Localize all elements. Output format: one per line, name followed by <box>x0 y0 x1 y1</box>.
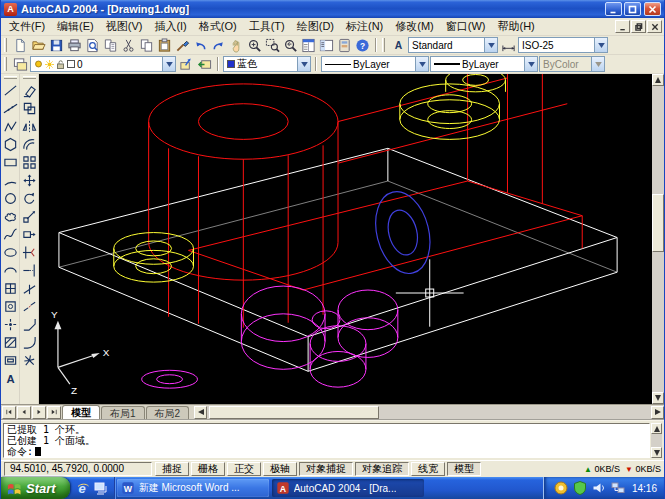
plot-preview-icon[interactable] <box>83 37 101 54</box>
vertical-scroll-track[interactable] <box>652 86 664 392</box>
construction-line-icon[interactable] <box>1 99 19 117</box>
tray-antivirus-icon[interactable] <box>572 480 588 496</box>
start-button[interactable]: Start <box>1 477 70 499</box>
paste-icon[interactable] <box>155 37 173 54</box>
menu-item-4[interactable]: 格式(O) <box>193 18 243 35</box>
show-desktop-icon[interactable] <box>93 480 109 496</box>
toggle-线宽[interactable]: 线宽 <box>411 462 445 476</box>
layer-properties-manager-icon[interactable] <box>11 56 29 73</box>
scroll-left-icon[interactable] <box>194 406 207 419</box>
mirror-icon[interactable] <box>20 117 38 135</box>
menu-item-6[interactable]: 绘图(D) <box>291 18 340 35</box>
dim-style-combo[interactable]: ISO-25 <box>518 37 608 53</box>
zoom-previous-icon[interactable] <box>281 37 299 54</box>
command-scroll-track[interactable] <box>651 434 662 447</box>
make-block-icon[interactable] <box>1 297 19 315</box>
tab-first-icon[interactable] <box>2 406 16 419</box>
zoom-realtime-icon[interactable] <box>245 37 263 54</box>
menu-item-5[interactable]: 工具(T) <box>243 18 291 35</box>
line-icon[interactable] <box>1 81 19 99</box>
polygon-icon[interactable] <box>1 135 19 153</box>
layer-combo[interactable]: 0 <box>30 56 176 72</box>
cut-icon[interactable] <box>119 37 137 54</box>
dropdown-arrow-icon[interactable] <box>162 57 175 71</box>
break-icon[interactable] <box>20 297 38 315</box>
menu-item-9[interactable]: 窗口(W) <box>440 18 492 35</box>
dropdown-arrow-icon[interactable] <box>484 38 497 52</box>
dropdown-arrow-icon[interactable] <box>415 57 428 71</box>
publish-icon[interactable] <box>101 37 119 54</box>
save-icon[interactable] <box>47 37 65 54</box>
trim-icon[interactable] <box>20 243 38 261</box>
stretch-icon[interactable] <box>20 225 38 243</box>
taskbar-item-1[interactable]: AAutoCAD 2004 - [Dra... <box>272 479 424 497</box>
polyline-icon[interactable] <box>1 117 19 135</box>
menu-item-8[interactable]: 修改(M) <box>389 18 440 35</box>
scale-icon[interactable] <box>20 207 38 225</box>
rectangle-icon[interactable] <box>1 153 19 171</box>
text-style-combo[interactable]: Standard <box>408 37 498 53</box>
drawing-area[interactable]: Y X Z <box>39 74 652 404</box>
match-properties-icon[interactable] <box>173 37 191 54</box>
circle-icon[interactable] <box>1 189 19 207</box>
properties-icon[interactable] <box>299 37 317 54</box>
scroll-up-icon[interactable] <box>652 74 664 86</box>
toggle-对象追踪[interactable]: 对象追踪 <box>355 462 409 476</box>
document-minimize-button[interactable] <box>615 20 630 33</box>
vertical-scroll-thumb[interactable] <box>652 194 664 252</box>
arc-icon[interactable] <box>1 171 19 189</box>
clock[interactable]: 14:16 <box>632 483 657 494</box>
maximize-button[interactable] <box>624 2 641 16</box>
ellipse-icon[interactable] <box>1 243 19 261</box>
minimize-button[interactable] <box>605 2 622 16</box>
move-icon[interactable] <box>20 171 38 189</box>
command-text-area[interactable]: 已提取 1 个环。已创建 1 个面域。 命令: <box>3 423 650 458</box>
designcenter-icon[interactable] <box>317 37 335 54</box>
lineweight-combo[interactable]: ByLayer <box>430 56 538 72</box>
document-restore-button[interactable] <box>631 20 646 33</box>
toggle-模型[interactable]: 模型 <box>447 462 481 476</box>
dropdown-arrow-icon[interactable] <box>524 57 537 71</box>
zoom-window-icon[interactable] <box>263 37 281 54</box>
undo-icon[interactable] <box>191 37 209 54</box>
toolbar-grip[interactable] <box>4 76 17 79</box>
hatch-icon[interactable] <box>1 333 19 351</box>
dropdown-arrow-icon[interactable] <box>594 38 607 52</box>
taskbar-item-0[interactable]: W新建 Microsoft Word ... <box>117 479 269 497</box>
horizontal-scrollbar[interactable] <box>194 406 664 419</box>
document-close-button[interactable] <box>647 20 662 33</box>
toolbar-grip[interactable] <box>4 38 7 52</box>
plot-icon[interactable] <box>65 37 83 54</box>
command-scrollbar[interactable] <box>651 423 662 458</box>
tab-previous-icon[interactable] <box>17 406 31 419</box>
toggle-对象捕捉[interactable]: 对象捕捉 <box>299 462 353 476</box>
drawing-canvas[interactable]: Y X Z <box>39 74 652 404</box>
explode-icon[interactable] <box>20 351 38 369</box>
fillet-icon[interactable] <box>20 333 38 351</box>
region-icon[interactable] <box>1 351 19 369</box>
menu-item-10[interactable]: 帮助(H) <box>492 18 541 35</box>
tab-next-icon[interactable] <box>32 406 46 419</box>
toggle-捕捉[interactable]: 捕捉 <box>155 462 189 476</box>
horizontal-scroll-thumb[interactable] <box>209 406 379 419</box>
layer-previous-icon[interactable] <box>195 56 213 73</box>
menu-item-2[interactable]: 视图(V) <box>100 18 149 35</box>
point-icon[interactable] <box>1 315 19 333</box>
command-prompt-line[interactable]: 命令: <box>7 446 646 457</box>
help-icon[interactable]: ? <box>353 37 371 54</box>
tab-last-icon[interactable] <box>47 406 61 419</box>
copy-object-icon[interactable] <box>20 99 38 117</box>
scroll-down-icon[interactable] <box>651 447 662 458</box>
horizontal-scroll-track[interactable] <box>207 406 651 419</box>
revision-cloud-icon[interactable] <box>1 207 19 225</box>
tab-模型[interactable]: 模型 <box>62 405 100 419</box>
text-style-icon[interactable]: A <box>389 37 407 54</box>
qnew-icon[interactable] <box>11 37 29 54</box>
toggle-栅格[interactable]: 栅格 <box>191 462 225 476</box>
scroll-down-icon[interactable] <box>652 392 664 404</box>
scroll-right-icon[interactable] <box>651 406 664 419</box>
close-button[interactable] <box>644 2 661 16</box>
dim-style-icon[interactable] <box>499 37 517 54</box>
vertical-scrollbar[interactable] <box>652 74 664 404</box>
tab-布局1[interactable]: 布局1 <box>101 406 145 419</box>
